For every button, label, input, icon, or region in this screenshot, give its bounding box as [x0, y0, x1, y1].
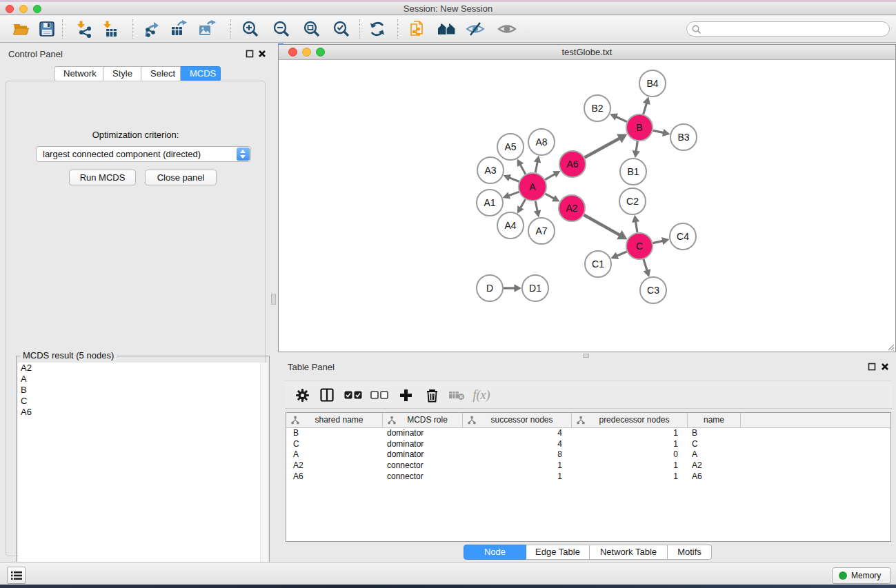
show-all-icon[interactable] — [495, 18, 519, 40]
zoom-fit-icon[interactable] — [299, 18, 324, 40]
graph-node-B2[interactable]: B2 — [584, 95, 610, 121]
deselect-all-icon[interactable] — [368, 381, 391, 409]
column-header-successor-nodes[interactable]: successor nodes — [463, 413, 572, 428]
edge-A-A6[interactable] — [545, 174, 555, 179]
table-cell[interactable]: C — [293, 439, 379, 450]
graph-node-A4[interactable]: A4 — [497, 212, 524, 239]
table-row[interactable]: Cdominator41C — [286, 439, 890, 450]
edge-C-C3[interactable] — [644, 259, 647, 271]
memory-button[interactable]: Memory — [832, 567, 891, 584]
table-cell[interactable]: A2 — [692, 460, 737, 472]
edge-A-A7[interactable] — [535, 201, 537, 212]
table-cell[interactable]: 4 — [463, 439, 562, 450]
search-input[interactable] — [686, 21, 890, 37]
tab-network-table[interactable]: Network Table — [590, 545, 668, 560]
graph-node-D1[interactable]: D1 — [522, 275, 548, 301]
graph-node-C2[interactable]: C2 — [619, 188, 646, 214]
export-image-icon[interactable] — [195, 18, 219, 40]
criterion-select[interactable]: largest connected component (directed) — [36, 146, 251, 162]
table-cell[interactable]: 1 — [463, 472, 562, 483]
refresh-view-icon[interactable] — [365, 18, 390, 40]
add-row-icon[interactable] — [394, 381, 417, 409]
table-cell[interactable]: C — [692, 439, 737, 450]
table-row[interactable]: A2connector11A2 — [286, 460, 890, 472]
graph-node-C1[interactable]: C1 — [585, 251, 611, 277]
graph-node-B4[interactable]: B4 — [639, 70, 666, 97]
edge-A2-C[interactable] — [584, 215, 619, 235]
edge-A-A8[interactable] — [535, 162, 537, 173]
column-header-name[interactable]: name — [688, 413, 741, 428]
close-table-panel-icon[interactable] — [881, 363, 889, 371]
graph-node-A[interactable]: A — [519, 173, 546, 201]
hide-selected-icon[interactable] — [463, 18, 488, 40]
task-history-button[interactable] — [7, 567, 26, 584]
tab-select[interactable]: Select — [141, 66, 181, 81]
edge-B-B4[interactable] — [644, 103, 647, 114]
network-window-titlebar[interactable]: testGlobe.txt — [279, 45, 895, 60]
table-cell[interactable]: A6 — [293, 472, 379, 483]
edge-B-B3[interactable] — [653, 130, 664, 132]
graph-node-A8[interactable]: A8 — [528, 129, 555, 155]
table-cell[interactable]: 8 — [463, 449, 562, 460]
export-table-icon[interactable] — [166, 18, 191, 40]
zoom-out-icon[interactable] — [269, 18, 294, 40]
network-canvas[interactable]: B4B2BB3A8A5A6A3B1AC2A1A2A4A7C4CC1C3DD1 — [279, 60, 895, 352]
show-columns-icon[interactable] — [315, 381, 339, 409]
graph-node-D[interactable]: D — [477, 275, 503, 301]
clone-network-icon[interactable] — [405, 18, 430, 40]
close-panel-button[interactable]: Close panel — [145, 170, 217, 185]
zoom-in-icon[interactable] — [238, 18, 263, 40]
table-cell[interactable]: A — [692, 449, 737, 460]
graph-node-B1[interactable]: B1 — [620, 159, 646, 185]
table-row[interactable]: Adominator80A — [286, 449, 890, 460]
table-cell[interactable]: A6 — [692, 472, 737, 483]
settings-gear-icon[interactable] — [290, 381, 314, 409]
float-panel-icon[interactable] — [246, 50, 254, 58]
edge-A-A4[interactable] — [520, 199, 525, 208]
edge-A-A1[interactable] — [508, 192, 519, 196]
tab-mcds[interactable]: MCDS — [181, 66, 221, 81]
graph-node-A2[interactable]: A2 — [559, 195, 585, 221]
run-mcds-button[interactable]: Run MCDS — [69, 170, 136, 185]
edge-C-C2[interactable] — [635, 221, 637, 232]
table-cell[interactable]: dominator — [387, 428, 460, 439]
tab-style[interactable]: Style — [103, 66, 141, 81]
table-cell[interactable]: dominator — [387, 449, 460, 460]
resize-grip-icon[interactable] — [886, 343, 895, 351]
edge-A-A5[interactable] — [520, 164, 526, 174]
table-cell[interactable]: 4 — [463, 428, 562, 439]
vertical-splitter[interactable] — [270, 43, 278, 562]
column-header-mcds-role[interactable]: MCDS role — [383, 413, 463, 428]
close-panel-icon[interactable] — [258, 50, 266, 58]
table-cell[interactable]: A — [293, 449, 379, 460]
edge-A6-B[interactable] — [585, 139, 620, 158]
tab-node-table[interactable]: Node Table — [464, 545, 526, 560]
graph-node-C3[interactable]: C3 — [640, 277, 666, 303]
table-row[interactable]: Bdominator41B — [286, 428, 890, 439]
table-cell[interactable]: 1 — [463, 460, 562, 472]
edge-B-B1[interactable] — [636, 141, 637, 152]
graph-node-B3[interactable]: B3 — [670, 124, 697, 150]
graph-node-A7[interactable]: A7 — [528, 218, 555, 244]
home-view-icon[interactable] — [435, 18, 459, 40]
delete-table-icon[interactable] — [445, 381, 468, 409]
export-network-icon[interactable] — [139, 18, 164, 40]
table-cell[interactable]: connector — [387, 472, 460, 483]
graph-node-B[interactable]: B — [626, 114, 653, 141]
delete-row-icon[interactable] — [420, 381, 444, 409]
table-cell[interactable]: 1 — [572, 428, 678, 439]
table-cell[interactable]: 0 — [572, 449, 678, 460]
tab-motifs[interactable]: Motifs — [668, 545, 712, 560]
function-builder-icon[interactable]: f(x) — [470, 381, 493, 409]
edge-A-A2[interactable] — [545, 194, 554, 199]
tab-edge-table[interactable]: Edge Table — [526, 545, 590, 560]
table-cell[interactable]: A2 — [293, 460, 379, 472]
graph-node-C4[interactable]: C4 — [670, 223, 696, 250]
table-row[interactable]: A6connector11A6 — [286, 472, 890, 483]
save-session-icon[interactable] — [34, 18, 59, 40]
import-table-icon[interactable] — [98, 18, 123, 40]
edge-C-C1[interactable] — [617, 252, 627, 256]
float-table-panel-icon[interactable] — [868, 363, 876, 371]
graph-node-A6[interactable]: A6 — [559, 151, 586, 177]
graph-node-C[interactable]: C — [626, 233, 653, 259]
